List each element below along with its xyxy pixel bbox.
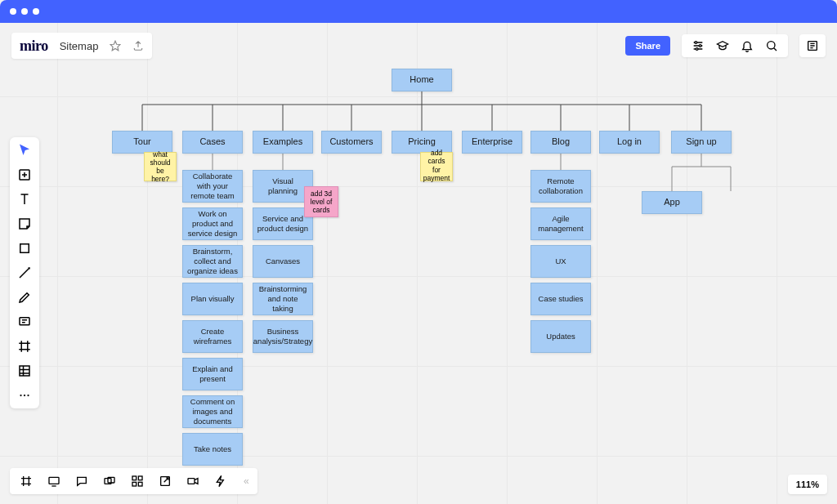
cat-enterprise[interactable]: Enterprise xyxy=(462,131,522,154)
svg-point-10 xyxy=(20,395,21,396)
left-toolbar xyxy=(10,137,39,408)
sticky-tour[interactable]: what should be here? xyxy=(144,152,177,181)
svg-rect-17 xyxy=(138,476,142,480)
cases-item-7[interactable]: Take notes xyxy=(182,433,243,466)
text-tool[interactable] xyxy=(16,191,33,207)
line-tool[interactable] xyxy=(16,265,33,281)
share-link-icon[interactable] xyxy=(157,473,173,489)
settings-icon[interactable] xyxy=(692,39,705,52)
chat-icon[interactable] xyxy=(74,473,90,489)
vote-icon[interactable] xyxy=(129,473,145,489)
cases-item-6[interactable]: Comment on images and documents xyxy=(182,395,243,428)
cat-customers[interactable]: Customers xyxy=(321,131,382,154)
cat-login[interactable]: Log in xyxy=(599,131,660,154)
card-icon[interactable] xyxy=(101,473,118,489)
svg-rect-19 xyxy=(138,482,142,486)
item-label: Take notes xyxy=(194,444,231,454)
item-label: UX xyxy=(555,256,566,266)
star-icon[interactable] xyxy=(110,40,121,51)
svg-point-4 xyxy=(768,42,775,49)
export-icon[interactable] xyxy=(132,40,144,51)
graduation-icon[interactable] xyxy=(716,39,729,52)
sticky-examples[interactable]: add 3d level of cards xyxy=(304,186,338,217)
cat-label: Enterprise xyxy=(472,136,512,148)
item-label: Brainstorming and note taking xyxy=(257,284,309,314)
window-dot xyxy=(10,8,16,15)
cases-item-5[interactable]: Explain and present xyxy=(182,358,243,390)
cat-blog[interactable]: Blog xyxy=(530,131,591,154)
video-icon[interactable] xyxy=(185,473,201,489)
svg-rect-9 xyxy=(20,366,29,376)
frame-icon[interactable] xyxy=(18,473,34,489)
collapse-chevron-icon[interactable]: « xyxy=(244,475,249,487)
pen-tool[interactable] xyxy=(16,289,33,306)
item-label: App xyxy=(664,197,680,208)
cat-label: Cases xyxy=(199,136,225,148)
blog-item-1[interactable]: Agile management xyxy=(530,207,591,240)
window-dot xyxy=(33,8,39,15)
more-tools[interactable] xyxy=(16,387,33,404)
top-right-bar: Share xyxy=(625,33,826,59)
svg-point-1 xyxy=(695,42,697,44)
share-button[interactable]: Share xyxy=(625,36,670,56)
frame-tool[interactable] xyxy=(16,338,33,355)
item-label: Comment on images and documents xyxy=(186,397,239,426)
examples-item-4[interactable]: Business analysis/Strategy xyxy=(253,320,313,353)
cat-signup[interactable]: Sign up xyxy=(671,131,732,154)
cat-label: Pricing xyxy=(408,136,436,148)
svg-point-3 xyxy=(696,48,698,51)
sticky-text: add cards for payment xyxy=(423,149,450,182)
item-label: Create wireframes xyxy=(186,327,239,346)
blog-item-2[interactable]: UX xyxy=(530,245,591,278)
template-tool[interactable] xyxy=(16,167,33,183)
zoom-indicator[interactable]: 111% xyxy=(788,475,827,494)
svg-marker-0 xyxy=(111,41,121,51)
signup-app[interactable]: App xyxy=(642,191,702,214)
item-label: Collaborate with your remote team xyxy=(186,172,239,201)
sticky-pricing[interactable]: add cards for payment xyxy=(420,152,453,181)
cat-label: Sign up xyxy=(686,136,716,148)
cases-item-4[interactable]: Create wireframes xyxy=(182,320,243,353)
cursor-tool[interactable] xyxy=(16,142,33,158)
cat-label: Tour xyxy=(133,136,150,148)
screen-share-icon[interactable] xyxy=(46,473,62,489)
svg-rect-7 xyxy=(20,244,29,253)
root-label: Home xyxy=(410,74,433,86)
table-tool[interactable] xyxy=(16,363,33,379)
canvas[interactable]: Home Tour Cases Examples Customers Prici… xyxy=(0,23,837,504)
cases-item-3[interactable]: Plan visually xyxy=(182,283,243,315)
shape-tool[interactable] xyxy=(16,240,33,256)
svg-point-2 xyxy=(699,45,701,47)
cases-item-0[interactable]: Collaborate with your remote team xyxy=(182,170,243,203)
blog-item-0[interactable]: Remote collaboration xyxy=(530,170,591,203)
cat-cases[interactable]: Cases xyxy=(182,131,243,154)
sitemap-root[interactable]: Home xyxy=(392,69,452,91)
cat-examples[interactable]: Examples xyxy=(253,131,313,154)
item-label: Plan visually xyxy=(191,294,235,304)
share-label: Share xyxy=(635,41,660,51)
activity-icon[interactable] xyxy=(213,473,229,489)
search-icon[interactable] xyxy=(765,39,778,52)
cases-item-1[interactable]: Work on product and service design xyxy=(182,207,243,240)
bottom-toolbar: « xyxy=(10,468,257,494)
item-label: Visual planning xyxy=(257,176,309,196)
sticky-tool[interactable] xyxy=(16,216,33,232)
window-chrome xyxy=(0,0,837,23)
svg-point-12 xyxy=(27,395,29,396)
examples-item-3[interactable]: Brainstorming and note taking xyxy=(253,283,313,315)
top-right-icon-group xyxy=(682,34,788,57)
blog-item-3[interactable]: Case studies xyxy=(530,283,591,315)
miro-logo[interactable]: miro xyxy=(20,38,48,55)
board-name[interactable]: Sitemap xyxy=(60,40,99,52)
examples-item-2[interactable]: Canvases xyxy=(253,245,313,278)
bell-icon[interactable] xyxy=(741,39,754,52)
cat-label: Customers xyxy=(329,136,373,148)
comment-tool[interactable] xyxy=(16,314,33,330)
cat-label: Log in xyxy=(617,136,642,148)
cases-item-2[interactable]: Brainstorm, collect and organize ideas xyxy=(182,245,243,278)
item-label: Agile management xyxy=(535,214,587,234)
present-button[interactable] xyxy=(799,34,826,57)
blog-item-4[interactable]: Updates xyxy=(530,320,591,353)
item-label: Canvases xyxy=(266,256,300,266)
cat-label: Blog xyxy=(552,136,570,148)
